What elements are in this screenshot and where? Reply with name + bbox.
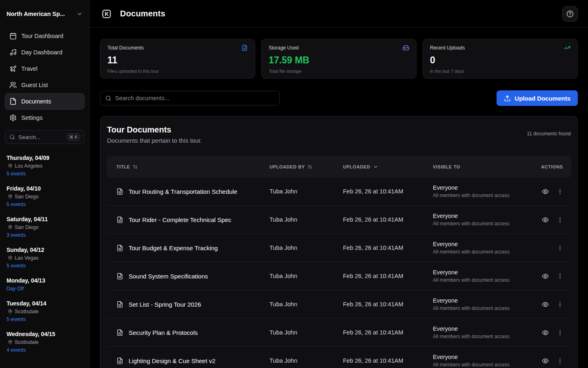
uploaded-date: Feb 26, 26 at 10:41AM <box>343 188 433 195</box>
row-menu-button[interactable] <box>554 298 566 310</box>
schedule-events-link[interactable]: 5 events <box>7 202 83 207</box>
schedule-day-off-link[interactable]: Day Off <box>7 286 83 292</box>
row-menu-button[interactable] <box>554 213 566 226</box>
schedule-day: Wednesday, 04/15 <box>7 331 83 337</box>
uploaded-by: Tuba John <box>270 216 343 223</box>
schedule-day-group: Monday, 04/13 Day Off <box>7 277 83 292</box>
column-visible-to-label: VISIBLE TO <box>433 164 460 169</box>
uploaded-by: Tuba John <box>270 301 343 307</box>
row-menu-button[interactable] <box>554 270 566 282</box>
kebab-menu-icon <box>557 273 564 280</box>
documents-search <box>100 91 280 105</box>
eye-icon <box>542 329 549 336</box>
sidebar-item[interactable]: Day Dashboard <box>5 44 85 61</box>
view-document-button[interactable] <box>539 270 551 282</box>
keyboard-shortcut-badge: ⌘ K <box>67 133 80 141</box>
stat-label: Total Documents <box>107 45 144 51</box>
view-document-button[interactable] <box>539 298 551 310</box>
visible-to: Everyone <box>433 354 541 360</box>
uploaded-by: Tuba John <box>270 329 343 336</box>
document-title: Tour Rider - Complete Technical Spec <box>129 216 232 223</box>
column-header-uploaded-by[interactable]: UPLOADED BY <box>270 164 343 169</box>
kebab-menu-icon <box>557 329 564 336</box>
sidebar-item[interactable]: Documents <box>5 93 85 110</box>
row-menu-button[interactable] <box>554 242 566 254</box>
schedule-city-row: San Diego <box>8 194 83 200</box>
sidebar-item[interactable]: Travel <box>5 61 85 77</box>
uploaded-date: Feb 26, 26 at 10:41AM <box>343 301 433 307</box>
table-row: Security Plan & Protocols Tuba John Feb … <box>107 319 571 347</box>
sidebar-item[interactable]: Settings <box>5 110 85 126</box>
schedule-events-link[interactable]: 4 events <box>7 347 83 353</box>
visible-to-detail: All members with document access <box>433 249 541 255</box>
trending-up-icon <box>564 45 570 51</box>
view-document-button[interactable] <box>539 213 551 226</box>
uploaded-date: Feb 26, 26 at 10:41AM <box>343 273 433 279</box>
schedule-city-row: San Diego <box>8 224 83 230</box>
org-switcher[interactable]: North American Sp... <box>0 0 89 28</box>
schedule-events-link[interactable]: 5 events <box>7 171 83 177</box>
row-menu-button[interactable] <box>554 326 566 339</box>
row-menu-button[interactable] <box>554 355 566 367</box>
sidebar-item[interactable]: Guest List <box>5 77 85 93</box>
chevron-down-icon <box>373 164 379 170</box>
tour-documents-title: Tour Documents <box>107 125 202 135</box>
view-document-button[interactable] <box>539 185 551 197</box>
table-row: Set List - Spring Tour 2026 Tuba John Fe… <box>107 290 571 319</box>
hard-drive-icon <box>403 45 409 51</box>
sort-icon <box>133 164 138 169</box>
file-icon <box>116 329 123 336</box>
search-icon <box>9 134 15 140</box>
schedule-city-row: Scottsdale <box>8 339 83 345</box>
column-uploaded-by-label: UPLOADED BY <box>270 164 305 169</box>
uploaded-date: Feb 26, 26 at 10:41AM <box>343 216 433 223</box>
schedule-day: Tuesday, 04/14 <box>7 300 83 307</box>
kebab-menu-icon <box>557 188 564 195</box>
schedule-day: Sunday, 04/12 <box>7 247 83 253</box>
schedule-events-link[interactable]: 5 events <box>7 263 83 269</box>
schedule-events-link[interactable]: 5 events <box>7 316 83 322</box>
main-area: Documents Total Documents 11 Files uploa… <box>90 0 588 368</box>
row-menu-button[interactable] <box>554 185 566 197</box>
tour-documents-subtitle: Documents that pertain to this tour. <box>107 137 202 144</box>
table-row: Tour Routing & Transportation Schedule T… <box>107 177 571 206</box>
map-pin-icon <box>8 309 13 314</box>
visible-to-detail: All members with document access <box>433 362 541 368</box>
table-row: Lighting Design & Cue Sheet v2 Tuba John… <box>107 347 571 368</box>
column-header-uploaded[interactable]: UPLOADED <box>343 164 433 170</box>
stat-value: 17.59 MB <box>269 55 409 66</box>
view-document-button[interactable] <box>539 326 551 339</box>
eye-icon <box>542 188 549 195</box>
schedule-events-link[interactable]: 3 events <box>7 232 83 238</box>
sidebar-search-placeholder: Search... <box>18 134 40 140</box>
sidebar-item[interactable]: Tour Dashboard <box>5 28 85 44</box>
uploaded-by: Tuba John <box>270 357 343 364</box>
map-pin-icon <box>8 340 13 345</box>
gear-icon <box>9 114 17 121</box>
visible-to-detail: All members with document access <box>433 334 541 339</box>
tour-documents-header: Tour Documents Documents that pertain to… <box>100 117 577 144</box>
upload-documents-button[interactable]: Upload Documents <box>497 90 578 106</box>
view-document-button[interactable] <box>539 355 551 367</box>
table-row: Sound System Specifications Tuba John Fe… <box>107 262 571 290</box>
stat-card: Storage Used 17.59 MB Total file storage <box>261 39 416 79</box>
uploaded-by: Tuba John <box>270 245 343 251</box>
file-icon <box>116 273 123 280</box>
visible-to-detail: All members with document access <box>433 305 541 311</box>
visible-to: Everyone <box>433 241 541 247</box>
column-header-title[interactable]: TITLE <box>107 164 270 169</box>
documents-search-input[interactable] <box>115 95 274 101</box>
calendar-icon <box>9 32 17 40</box>
uploaded-date: Feb 26, 26 at 10:41AM <box>343 357 433 364</box>
schedule-day-group: Tuesday, 04/14 Scottsdale 5 events <box>7 300 83 322</box>
sidebar-search[interactable]: Search... ⌘ K <box>5 130 85 144</box>
column-title-label: TITLE <box>116 164 130 169</box>
help-button[interactable] <box>562 6 578 22</box>
uploaded-date: Feb 26, 26 at 10:41AM <box>343 245 433 251</box>
table-row: Tour Rider - Complete Technical Spec Tub… <box>107 206 571 234</box>
file-icon <box>116 245 123 251</box>
help-icon <box>566 10 574 18</box>
app-logo-icon <box>101 9 112 19</box>
document-title: Lighting Design & Cue Sheet v2 <box>129 357 216 364</box>
schedule-day: Thursday, 04/09 <box>7 155 83 161</box>
